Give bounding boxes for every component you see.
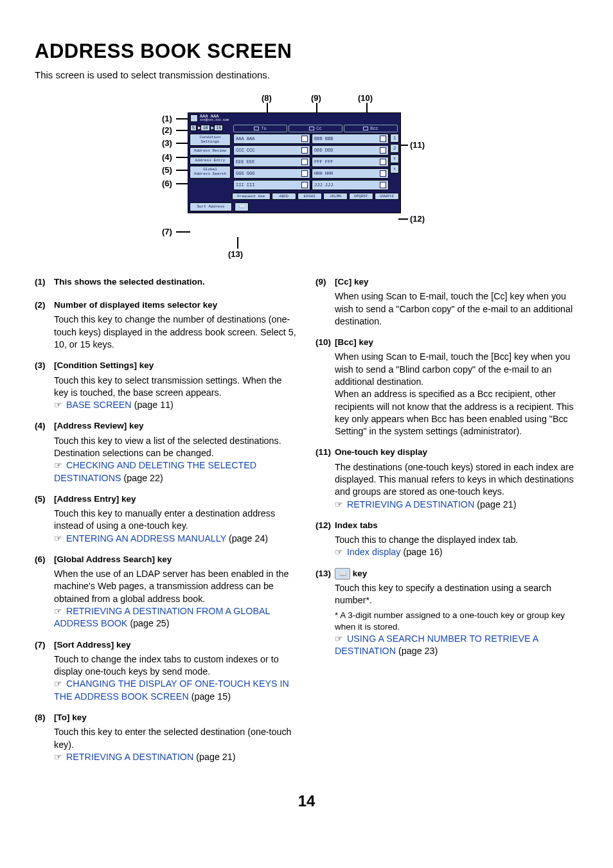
one-touch-key[interactable]: JJJ JJJ — [312, 180, 389, 190]
mail-type-icon — [380, 136, 386, 142]
one-touch-key[interactable]: III III — [233, 180, 310, 190]
annotation-item: (1)This shows the selected destination. — [35, 276, 298, 290]
one-touch-key[interactable]: BBB BBB — [312, 134, 389, 144]
mail-type-icon — [380, 170, 386, 177]
callout-1: (1) — [162, 114, 172, 123]
annotation-description: Touch this key to manually enter a desti… — [54, 508, 298, 533]
envelope-icon — [309, 127, 314, 130]
address-book-diagram: (1) (2) (3) (4) (5) (6) (7) (8) (9) (10)… — [104, 93, 509, 260]
index-tab[interactable]: UVWXYZ — [375, 193, 399, 200]
annotation-item: (9)[Cc] keyWhen using Scan to E-mail, to… — [315, 276, 578, 328]
scroll-down-button[interactable]: ⬇ — [390, 164, 399, 173]
annotation-heading: [Global Address Search] key — [54, 554, 298, 565]
annotation-item: (4)[Address Review] keyTouch this key to… — [35, 420, 298, 484]
cross-reference-link[interactable]: BASE SCREEN — [66, 400, 132, 410]
index-tab[interactable]: OPQRST — [349, 193, 373, 200]
annotation-heading: [Address Entry] key — [54, 493, 298, 505]
annotation-heading: 📖 key — [335, 568, 578, 580]
annotation-number: (11) — [315, 447, 335, 510]
page-indicator-1[interactable]: 1 — [390, 134, 399, 143]
annotation-number: (10) — [315, 337, 335, 438]
index-tab[interactable]: Frequent Use — [232, 193, 271, 200]
annotation-description: Touch this key to select transmission se… — [54, 375, 298, 400]
sort-address-button[interactable]: Sort Address — [190, 202, 232, 211]
annotation-item: (7)[Sort Address] keyTouch to change the… — [35, 639, 298, 703]
index-tab[interactable]: JKLMN — [323, 193, 348, 200]
cross-reference: ☞ ENTERING AN ADDRESS MANUALLY (page 24) — [54, 533, 298, 545]
annotation-item: (3)[Condition Settings] keyTouch this ke… — [35, 360, 298, 411]
annotation-number: (9) — [315, 276, 335, 328]
annotation-item: (10)[Bcc] keyWhen using Scan to E-mail, … — [315, 337, 578, 438]
index-tab[interactable]: ABCD — [272, 193, 296, 200]
annotation-heading: This shows the selected destination. — [54, 276, 298, 288]
annotation-description: The destinations (one-touch keys) stored… — [335, 461, 578, 499]
cross-reference-link[interactable]: Index display — [347, 547, 400, 557]
one-touch-key[interactable]: CCC CCC — [233, 145, 310, 155]
callout-13: (13) — [228, 249, 243, 259]
annotation-item: (13)📖 keyTouch this key to specify a des… — [315, 568, 578, 658]
cc-tab[interactable]: Cc — [289, 125, 342, 132]
count-10[interactable]: 10 — [200, 125, 209, 131]
annotation-number: (8) — [35, 712, 54, 763]
footnote-text: * A 3-digit number assigned to a one-tou… — [335, 610, 578, 633]
pointer-icon: ☞ — [54, 460, 65, 470]
address-review-button[interactable]: Address Review — [190, 147, 231, 155]
annotation-number: (4) — [35, 420, 54, 484]
condition-settings-button[interactable]: Condition Settings — [190, 134, 231, 146]
one-touch-key[interactable]: GGG GGG — [233, 168, 310, 179]
cross-reference-link[interactable]: RETRIEVING A DESTINATION — [66, 752, 193, 762]
address-entry-button[interactable]: Address Entry — [190, 157, 231, 165]
annotation-number: (13) — [315, 568, 335, 658]
pointer-icon: ☞ — [54, 678, 65, 689]
global-address-search-button[interactable]: Global Address Search — [190, 166, 231, 178]
cross-reference-link[interactable]: RETRIEVING A DESTINATION FROM A GLOBAL A… — [54, 606, 270, 628]
cross-reference: ☞ Index display (page 16) — [335, 546, 578, 558]
callout-8: (8) — [262, 93, 272, 103]
annotation-item: (2)Number of displayed items selector ke… — [35, 299, 298, 351]
pointer-icon: ☞ — [335, 633, 346, 644]
one-touch-key[interactable]: HHH HHH — [312, 168, 389, 179]
one-touch-key[interactable]: EEE EEE — [233, 157, 310, 167]
bcc-tab[interactable]: Bcc — [344, 125, 398, 132]
page-indicator-2[interactable]: 2 — [390, 144, 399, 153]
one-touch-key[interactable]: FFF FFF — [312, 157, 389, 167]
annotation-description: Touch this key to change the number of d… — [54, 314, 298, 351]
one-touch-key[interactable]: AAA AAA — [233, 134, 310, 144]
annotation-item: (6)[Global Address Search] keyWhen the u… — [35, 554, 298, 630]
callout-11: (11) — [410, 140, 425, 150]
count-5[interactable]: 5 — [190, 125, 197, 131]
cross-reference-link[interactable]: CHANGING THE DISPLAY OF ONE-TOUCH KEYS I… — [54, 678, 289, 701]
count-15[interactable]: 15 — [214, 125, 223, 131]
mail-type-icon — [380, 159, 386, 165]
callout-12: (12) — [410, 214, 425, 224]
cross-reference-link[interactable]: ENTERING AN ADDRESS MANUALLY — [66, 533, 226, 544]
person-icon — [190, 114, 198, 122]
callout-4: (4) — [162, 152, 172, 162]
annotation-item: (8)[To] keyTouch this key to enter the s… — [35, 712, 298, 763]
annotation-number: (7) — [35, 639, 54, 703]
cross-reference: ☞ CHECKING AND DELETING THE SELECTED DES… — [54, 459, 298, 484]
to-tab[interactable]: To — [233, 125, 287, 132]
callout-5: (5) — [162, 165, 172, 175]
cross-reference-link[interactable]: USING A SEARCH NUMBER TO RETRIEVE A DEST… — [335, 633, 538, 656]
page-title: ADDRESS BOOK SCREEN — [35, 40, 578, 63]
annotation-heading: [Condition Settings] key — [54, 360, 298, 371]
pointer-icon: ☞ — [335, 499, 346, 509]
annotation-description: Touch to change the index tabs to custom… — [54, 653, 298, 678]
annotation-description: When using Scan to E-mail, touch the [Bc… — [335, 351, 578, 438]
annotation-number: (3) — [35, 360, 54, 411]
callout-7: (7) — [162, 227, 172, 236]
pointer-icon: ☞ — [54, 606, 65, 616]
mail-type-icon — [380, 182, 386, 188]
annotation-heading: Index tabs — [335, 520, 578, 531]
cross-reference-link[interactable]: CHECKING AND DELETING THE SELECTED DESTI… — [54, 460, 256, 483]
mail-type-icon — [301, 136, 308, 142]
cross-reference: ☞ CHANGING THE DISPLAY OF ONE-TOUCH KEYS… — [54, 678, 298, 703]
annotation-number: (6) — [35, 554, 54, 630]
cross-reference-link[interactable]: RETRIEVING A DESTINATION — [347, 499, 474, 509]
search-number-key[interactable]: 📖 — [235, 202, 249, 211]
one-touch-key[interactable]: DDD DDD — [312, 145, 389, 155]
annotation-item: (11)One-touch key displayThe destination… — [315, 447, 578, 510]
scroll-up-button[interactable]: ⬆ — [390, 154, 399, 163]
index-tab[interactable]: EFGHI — [298, 193, 322, 200]
